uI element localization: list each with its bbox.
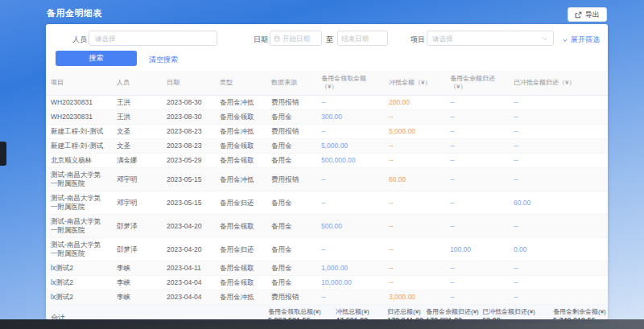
cell-offset-amount: 60.00 xyxy=(384,168,445,191)
bottom-edge-bar xyxy=(0,319,644,329)
project-select-field[interactable] xyxy=(432,35,542,43)
cell-date: 2023-04-20 xyxy=(162,238,215,261)
table-row: 北京顺义杨林满金娜2023-05-29备用金领取备用金500,000.00---… xyxy=(46,154,608,168)
cell-source: 费用报销 xyxy=(266,290,316,305)
cell-received-amount: -- xyxy=(316,125,384,139)
cell-project: 新建工程-刘-测试 xyxy=(46,125,112,139)
export-icon xyxy=(575,11,582,19)
cell-date: 2023-05-15 xyxy=(162,191,215,215)
cell-type: 备用金冲抵 xyxy=(215,125,266,139)
table-row: 测试-南昌大学第一附属医院邵梦泽2023-04-20备用金归还备用金----10… xyxy=(46,238,608,261)
cell-date: 2023-04-20 xyxy=(162,215,215,238)
search-button[interactable]: 搜索 xyxy=(56,51,137,66)
project-label: 项目 xyxy=(411,35,425,45)
table-row: WH20230831王洪2023-08-30备用金领取备用金300.00----… xyxy=(46,110,608,125)
cell-project: WH20230831 xyxy=(46,96,112,110)
table-container: 项目 人员 日期 类型 数据来源 备用金领取金额（¥） 冲抵金额（¥） 备用金余… xyxy=(46,71,608,305)
cell-offset-return: -- xyxy=(509,96,608,110)
cell-source: 费用报销 xyxy=(266,168,316,191)
cell-offset-amount: -- xyxy=(384,110,445,125)
cell-offset-return: 0.00 xyxy=(509,238,608,261)
cell-person: 邓宇明 xyxy=(112,191,162,215)
cell-balance-return: -- xyxy=(445,96,509,110)
cell-date: 2023-08-30 xyxy=(162,96,215,110)
project-select[interactable] xyxy=(427,31,554,46)
filter-section: 人员 日期 至 项目 xyxy=(46,24,608,71)
date-end-input[interactable] xyxy=(337,31,388,46)
cell-balance-return: -- xyxy=(445,276,509,290)
cell-project: 测试-南昌大学第一附属医院 xyxy=(46,191,112,215)
cell-offset-amount: 5,000.00 xyxy=(384,125,445,139)
export-button-label: 导出 xyxy=(585,10,600,20)
cell-source: 费用报销 xyxy=(266,125,316,139)
cell-offset-return: -- xyxy=(509,154,608,168)
sidebar-collapsed-handle[interactable] xyxy=(0,142,6,166)
cell-person: 李峡 xyxy=(112,261,162,276)
cell-offset-amount: -- xyxy=(384,139,445,154)
stat-label: 备用金领取总额(¥) xyxy=(268,307,321,316)
stat-value: 5,749,019.56 xyxy=(553,316,606,319)
cell-received-amount: 5,000.00 xyxy=(316,139,384,154)
cell-date: 2023-08-23 xyxy=(162,125,215,139)
table-row: lx测试2李峡2023-04-11备用金领取备用金1,000.00------ xyxy=(46,261,608,276)
date-start-field[interactable] xyxy=(283,35,318,43)
date-start-input[interactable] xyxy=(270,31,322,46)
cell-type: 备用金冲抵 xyxy=(215,168,266,191)
cell-balance-return: -- xyxy=(445,290,509,305)
date-end-field[interactable] xyxy=(341,35,384,43)
cell-source: 备用金 xyxy=(266,238,316,261)
cell-offset-amount: 200.00 xyxy=(384,96,445,110)
header-project: 项目 xyxy=(46,71,112,96)
stat-label: 冲抵总额(¥) xyxy=(336,307,369,316)
chevron-down-icon xyxy=(542,35,548,42)
cell-offset-amount: -- xyxy=(384,215,445,238)
summary-stat-remaining: 备用金剩余金额(¥) 5,749,019.56 xyxy=(553,307,606,319)
cell-person: 王洪 xyxy=(112,110,162,125)
clear-search-link[interactable]: 清空搜索 xyxy=(149,55,178,65)
header-date: 日期 xyxy=(162,71,215,96)
cell-type: 备用金冲抵 xyxy=(215,290,266,305)
cell-received-amount: -- xyxy=(316,191,384,215)
cell-source: 备用金 xyxy=(266,215,316,238)
cell-offset-return: -- xyxy=(509,276,608,290)
summary-row: 合计 备用金领取总额(¥) 5,963,501.56 冲抵总额(¥) 43,60… xyxy=(46,305,608,319)
header-offset-amount: 冲抵金额（¥） xyxy=(384,71,445,96)
header-balance-return: 备用金余额归还（¥） xyxy=(445,71,509,96)
cell-offset-return: 60.00 xyxy=(509,191,608,215)
cell-type: 备用金归还 xyxy=(215,238,266,261)
header-type: 类型 xyxy=(215,71,266,96)
cell-offset-amount: -- xyxy=(384,238,445,261)
cell-person: 李峡 xyxy=(112,276,162,290)
cell-received-amount: 500.00 xyxy=(316,215,384,238)
summary-stat-offset-total: 冲抵总额(¥) 43,601.00 xyxy=(336,307,369,319)
cell-person: 邓宇明 xyxy=(112,168,162,191)
person-input[interactable] xyxy=(89,31,217,46)
table-row: 测试-南昌大学第一附属医院邵梦泽2023-04-20备用金领取备用金500.00… xyxy=(46,215,608,238)
cell-type: 备用金冲抵 xyxy=(215,96,266,110)
header-source: 数据来源 xyxy=(266,71,316,96)
cell-type: 备用金领取 xyxy=(215,261,266,276)
cell-project: 测试-南昌大学第一附属医院 xyxy=(46,215,112,238)
cell-balance-return: -- xyxy=(445,139,509,154)
cell-type: 备用金领取 xyxy=(215,154,266,168)
cell-offset-return: -- xyxy=(509,215,608,238)
cell-date: 2023-05-29 xyxy=(162,154,215,168)
table-row: 新建工程-刘-测试文圣2023-08-23备用金领取备用金5,000.00---… xyxy=(46,139,608,154)
cell-person: 王洪 xyxy=(112,96,162,110)
cell-offset-amount: -- xyxy=(384,154,445,168)
date-label: 日期 xyxy=(254,35,268,45)
cell-balance-return: -- xyxy=(445,125,509,139)
cell-project: lx测试2 xyxy=(46,276,112,290)
cell-offset-return: -- xyxy=(509,168,608,191)
cell-date: 2023-04-11 xyxy=(162,261,215,276)
cell-received-amount: -- xyxy=(316,238,384,261)
export-button[interactable]: 导出 xyxy=(568,7,607,22)
cell-source: 备用金 xyxy=(266,191,316,215)
table-body: WH20230831王洪2023-08-30备用金冲抵费用报销--200.00-… xyxy=(46,96,608,305)
cell-date: 2023-04-04 xyxy=(162,290,215,305)
cell-received-amount: -- xyxy=(316,290,384,305)
cell-offset-amount: -- xyxy=(384,276,445,290)
expand-filter-link[interactable]: 展开筛选 xyxy=(562,35,600,45)
cell-date: 2023-04-04 xyxy=(162,276,215,290)
cell-project: 新建工程-刘-测试 xyxy=(46,139,112,154)
